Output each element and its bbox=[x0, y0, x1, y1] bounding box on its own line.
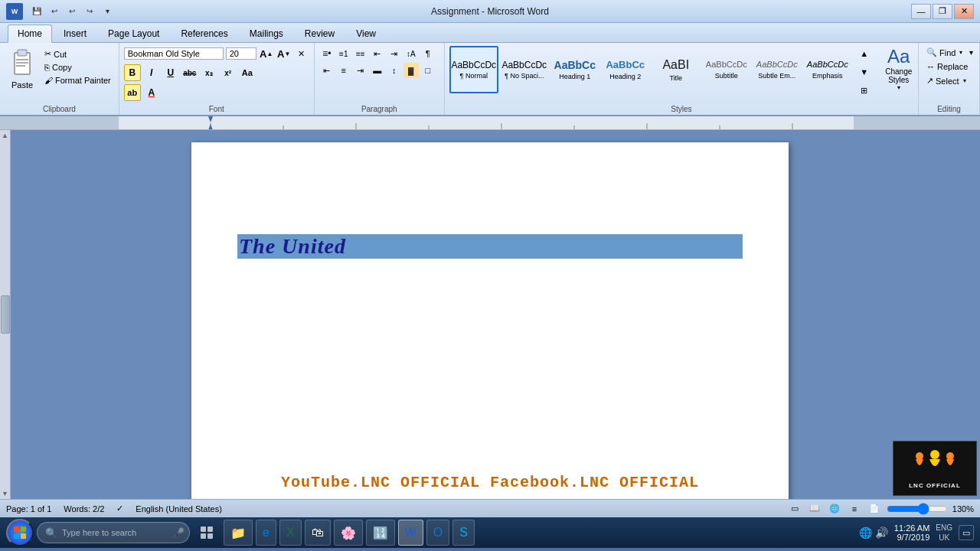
shrink-font-button[interactable]: A▼ bbox=[276, 46, 292, 61]
print-layout-button[interactable]: ▭ bbox=[787, 501, 802, 517]
proofing-icon[interactable]: ✓ bbox=[116, 504, 123, 514]
datetime-display[interactable]: 11:26 AM 9/7/2019 bbox=[894, 523, 929, 542]
center-button[interactable]: ≡ bbox=[336, 63, 351, 78]
tab-view[interactable]: View bbox=[346, 24, 386, 42]
word-taskbar-button[interactable]: W bbox=[398, 520, 423, 546]
font-name-selector[interactable]: Bookman Old Style bbox=[124, 47, 224, 60]
align-left-button[interactable]: ⇤ bbox=[319, 63, 335, 78]
tab-home[interactable]: Home bbox=[8, 24, 52, 43]
borders-button[interactable]: □ bbox=[420, 63, 436, 78]
search-input[interactable] bbox=[62, 528, 168, 537]
svg-point-20 bbox=[930, 450, 939, 459]
edge-button[interactable]: e bbox=[256, 520, 276, 546]
cut-button[interactable]: ✂ Cut bbox=[41, 47, 114, 60]
show-desktop-button[interactable]: ▭ bbox=[959, 525, 974, 540]
select-button[interactable]: ↗ Select ▾ bbox=[923, 74, 969, 87]
grow-font-button[interactable]: A▲ bbox=[259, 46, 274, 61]
numbering-button[interactable]: ≡1 bbox=[336, 46, 351, 61]
undo-button2[interactable]: ↩ bbox=[64, 4, 80, 19]
style-emphasis[interactable]: AaBbCcDc Emphasis bbox=[803, 46, 852, 93]
volume-icon[interactable]: 🔊 bbox=[875, 527, 888, 539]
scroll-up-arrow[interactable]: ▲ bbox=[0, 130, 10, 141]
justify-button[interactable]: ▬ bbox=[370, 63, 385, 78]
document-page[interactable]: The United YouTube.LNC OFFICIAL Facebook… bbox=[191, 142, 789, 499]
maximize-button[interactable]: ❐ bbox=[933, 4, 952, 19]
full-reading-button[interactable]: 📖 bbox=[807, 501, 822, 517]
taskbar-search[interactable]: 🔍 🎤 bbox=[37, 522, 190, 543]
tab-pagelayout[interactable]: Page Layout bbox=[98, 24, 169, 42]
strikethrough-button[interactable]: abc bbox=[181, 64, 198, 81]
undo-button[interactable]: ↩ bbox=[47, 4, 62, 19]
style-subtle-em[interactable]: AaBbCcDc Subtle Em... bbox=[753, 46, 802, 93]
style-title[interactable]: AaBI Title bbox=[652, 46, 701, 93]
subscript-button[interactable]: x₂ bbox=[201, 64, 217, 81]
style-normal[interactable]: AaBbCcDc ¶ Normal bbox=[449, 46, 498, 93]
tab-mailings[interactable]: Mailings bbox=[240, 24, 293, 42]
quick-access-dropdown[interactable]: ▾ bbox=[100, 4, 115, 19]
italic-button[interactable]: I bbox=[143, 64, 160, 81]
language-info[interactable]: English (United States) bbox=[136, 504, 222, 514]
line-spacing-button[interactable]: ↕ bbox=[387, 63, 402, 78]
scroll-down-arrow[interactable]: ▼ bbox=[0, 488, 10, 499]
underline-button[interactable]: U bbox=[162, 64, 179, 81]
calculator-button[interactable]: 🔢 bbox=[366, 520, 395, 546]
align-right-button[interactable]: ⇥ bbox=[353, 63, 368, 78]
network-icon[interactable]: 🌐 bbox=[859, 527, 872, 539]
redo-button[interactable]: ↪ bbox=[82, 4, 97, 19]
task-view-button[interactable] bbox=[193, 520, 220, 546]
shading-button[interactable]: ▓ bbox=[403, 63, 419, 78]
bold-button[interactable]: B bbox=[124, 64, 141, 81]
zoom-slider[interactable] bbox=[887, 504, 948, 514]
document-selected-text[interactable]: The United bbox=[237, 234, 743, 259]
copy-button[interactable]: ⎘ Copy bbox=[41, 61, 114, 73]
language-indicator[interactable]: ENG UK bbox=[936, 523, 952, 543]
draft-view-button[interactable]: 📄 bbox=[867, 501, 882, 517]
tab-insert[interactable]: Insert bbox=[54, 24, 96, 42]
style-subtitle[interactable]: AaBbCcDc Subtitle bbox=[702, 46, 751, 93]
start-button[interactable] bbox=[6, 519, 34, 546]
style-heading1[interactable]: AaBbCc Heading 1 bbox=[550, 46, 599, 93]
v-scroll-thumb[interactable] bbox=[1, 295, 10, 334]
document-content[interactable]: The United bbox=[237, 234, 743, 259]
format-painter-button[interactable]: 🖌 Format Painter bbox=[41, 74, 114, 86]
find-button[interactable]: 🔍 Find ▾ bbox=[923, 46, 965, 59]
file-explorer-button[interactable]: 📁 bbox=[224, 520, 253, 546]
tab-review[interactable]: Review bbox=[295, 24, 345, 42]
sort-button[interactable]: ↕A bbox=[403, 46, 419, 61]
change-case-button[interactable]: Aa bbox=[239, 64, 256, 81]
style-emphasis-preview: AaBbCcDc bbox=[807, 60, 848, 70]
photos-button[interactable]: 🌸 bbox=[334, 520, 363, 546]
close-button[interactable]: ✕ bbox=[954, 4, 974, 19]
increase-indent-button[interactable]: ⇥ bbox=[387, 46, 402, 61]
replace-button[interactable]: ↔ Replace bbox=[923, 60, 971, 73]
styles-scroll-up[interactable]: ▲ bbox=[857, 46, 872, 61]
multilevel-button[interactable]: ≡≡ bbox=[353, 46, 368, 61]
bullets-button[interactable]: ≡• bbox=[319, 46, 335, 61]
style-no-spacing[interactable]: AaBbCcDc ¶ No Spaci... bbox=[500, 46, 549, 93]
change-styles-button[interactable]: Aa Change Styles ▾ bbox=[877, 46, 921, 91]
outline-view-button[interactable]: ≡ bbox=[847, 501, 862, 517]
outlook-button[interactable]: O bbox=[426, 520, 449, 546]
font-color-button[interactable]: A bbox=[143, 84, 160, 101]
tab-references[interactable]: References bbox=[171, 24, 237, 42]
minimize-button[interactable]: — bbox=[911, 4, 931, 19]
web-layout-button[interactable]: 🌐 bbox=[827, 501, 842, 517]
words-info: Words: 2/2 bbox=[64, 504, 104, 514]
highlight-button[interactable]: ab bbox=[124, 84, 141, 101]
ribbon-expand-button[interactable]: ▾ bbox=[965, 46, 977, 58]
store-button[interactable]: 🛍 bbox=[305, 520, 331, 546]
skype-button[interactable]: S bbox=[452, 520, 475, 546]
left-scrollbar[interactable]: ▲ ▼ bbox=[0, 130, 11, 499]
select-arrow: ▾ bbox=[963, 77, 966, 84]
show-marks-button[interactable]: ¶ bbox=[420, 46, 436, 61]
excel-button[interactable]: X bbox=[279, 520, 302, 546]
clear-format-button[interactable]: ✕ bbox=[294, 46, 309, 61]
superscript-button[interactable]: x² bbox=[220, 64, 237, 81]
font-size-selector[interactable]: 20 bbox=[226, 47, 256, 60]
save-button[interactable]: 💾 bbox=[29, 4, 44, 19]
styles-more[interactable]: ⊞ bbox=[857, 83, 872, 98]
decrease-indent-button[interactable]: ⇤ bbox=[370, 46, 385, 61]
style-heading2[interactable]: AaBbCc Heading 2 bbox=[601, 46, 650, 93]
paste-button[interactable]: Paste bbox=[5, 46, 40, 92]
styles-scroll-down[interactable]: ▼ bbox=[857, 64, 872, 80]
